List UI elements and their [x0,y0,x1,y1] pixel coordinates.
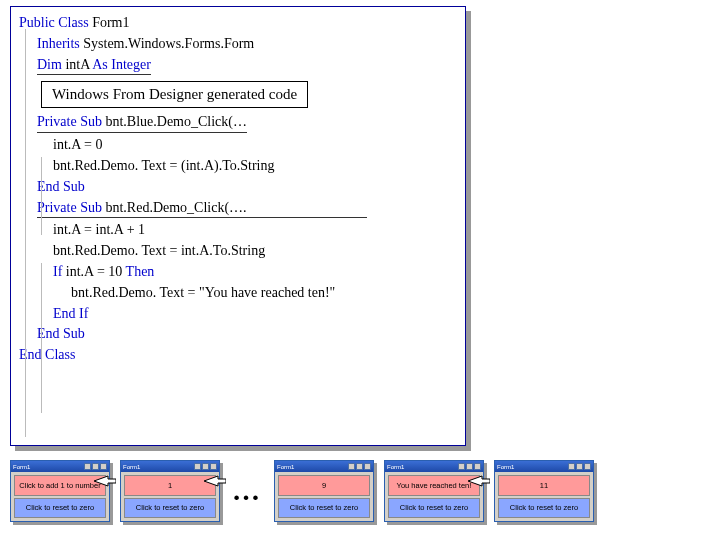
window-title: Form1 [13,464,30,470]
maximize-icon [466,463,473,470]
blue-demo-button[interactable]: Click to reset to zero [388,498,480,519]
button-label: Click to reset to zero [400,504,468,512]
red-demo-button[interactable]: You have reached ten! [388,475,480,496]
titlebar: Form1 [385,461,483,472]
titlebar: Form1 [275,461,373,472]
code-text: bnt.Red.Demo. Text = "You have reached t… [71,285,335,300]
ellipsis: … [230,475,264,507]
form-thumbnail: Form1 1 Click to reset to zero [120,460,220,522]
keyword: Private Sub [37,200,102,215]
minimize-icon [84,463,91,470]
code-line: End Sub [19,324,457,345]
minimize-icon [458,463,465,470]
close-icon [210,463,217,470]
button-label: 1 [168,482,172,490]
blue-demo-button[interactable]: Click to reset to zero [498,498,590,519]
keyword: If [53,264,62,279]
red-demo-button[interactable]: 9 [278,475,370,496]
window-title: Form1 [497,464,514,470]
thumbnail-row: Form1 Click to add 1 to number Click to … [6,460,714,522]
window-title: Form1 [277,464,294,470]
code-line: Private Sub bnt.Blue.Demo_Click(… [19,112,457,135]
code-panel: Public Class Form1 Inherits System.Windo… [10,6,466,446]
code-line: bnt.Red.Demo. Text = (int.A).To.String [19,156,457,177]
form-thumbnail: Form1 Click to add 1 to number Click to … [10,460,110,522]
keyword: End Class [19,347,75,362]
code-line: bnt.Red.Demo. Text = int.A.To.String [19,241,457,262]
close-icon [584,463,591,470]
button-label: You have reached ten! [397,482,472,490]
blue-demo-button[interactable]: Click to reset to zero [124,498,216,519]
code-box: Public Class Form1 Inherits System.Windo… [10,6,466,446]
maximize-icon [92,463,99,470]
titlebar: Form1 [121,461,219,472]
maximize-icon [576,463,583,470]
form-thumbnail: Form1 9 Click to reset to zero [274,460,374,522]
maximize-icon [202,463,209,470]
keyword: End If [53,306,88,321]
code-text: int.A = int.A + 1 [53,222,145,237]
code-line: End If [19,304,457,325]
form-thumbnail: Form1 You have reached ten! Click to res… [384,460,484,522]
button-label: Click to reset to zero [26,504,94,512]
window-title: Form1 [123,464,140,470]
code-text: int.A = 10 [62,264,125,279]
blue-demo-button[interactable]: Click to reset to zero [278,498,370,519]
keyword: As Integer [92,57,151,72]
minimize-icon [568,463,575,470]
code-text: bnt.Red.Demo_Click(…. [102,200,247,215]
button-label: Click to reset to zero [510,504,578,512]
keyword: End Sub [37,179,85,194]
code-text: bnt.Red.Demo. Text = int.A.To.String [53,243,265,258]
keyword: End Sub [37,326,85,341]
code-text: bnt.Blue.Demo_Click(… [102,114,247,129]
close-icon [100,463,107,470]
minimize-icon [194,463,201,470]
red-demo-button[interactable]: Click to add 1 to number [14,475,106,496]
code-text: intA [62,57,92,72]
keyword: Inherits [37,36,80,51]
code-text: int.A = 0 [53,137,103,152]
code-text: Form1 [89,15,130,30]
button-label: Click to add 1 to number [19,482,100,490]
code-line: End Sub [19,177,457,198]
code-line: Dim intA As Integer [19,55,457,78]
code-line: int.A = 0 [19,135,457,156]
red-demo-button[interactable]: 11 [498,475,590,496]
maximize-icon [356,463,363,470]
button-label: 9 [322,482,326,490]
blue-demo-button[interactable]: Click to reset to zero [14,498,106,519]
region-box: Windows From Designer generated code [41,81,308,108]
keyword: Then [126,264,155,279]
code-text: System.Windows.Forms.Form [80,36,254,51]
close-icon [364,463,371,470]
code-line: Inherits System.Windows.Forms.Form [19,34,457,55]
code-line: Public Class Form1 [19,13,457,34]
minimize-icon [348,463,355,470]
code-line: int.A = int.A + 1 [19,220,457,241]
region-label: Windows From Designer generated code [52,86,297,102]
code-line: If int.A = 10 Then [19,262,457,283]
button-label: Click to reset to zero [136,504,204,512]
keyword: Private Sub [37,114,102,129]
keyword: Dim [37,57,62,72]
keyword: Public Class [19,15,89,30]
code-line: End Class [19,345,457,366]
window-title: Form1 [387,464,404,470]
titlebar: Form1 [495,461,593,472]
button-label: 11 [540,482,548,490]
red-demo-button[interactable]: 1 [124,475,216,496]
code-line: Private Sub bnt.Red.Demo_Click(…. [19,198,457,221]
button-label: Click to reset to zero [290,504,358,512]
form-thumbnail: Form1 11 Click to reset to zero [494,460,594,522]
code-line: bnt.Red.Demo. Text = "You have reached t… [19,283,457,304]
titlebar: Form1 [11,461,109,472]
code-text: bnt.Red.Demo. Text = (int.A).To.String [53,158,275,173]
close-icon [474,463,481,470]
